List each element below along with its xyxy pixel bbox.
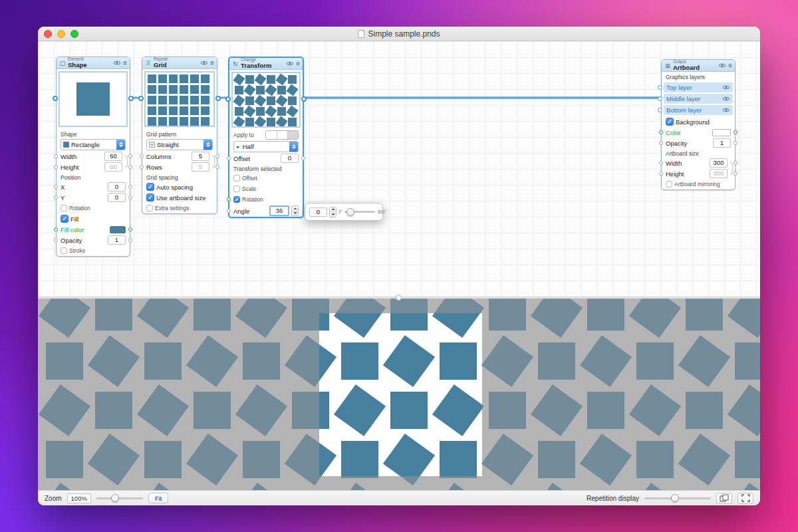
artboard-height-field[interactable]: 300	[710, 169, 728, 178]
color-output-port[interactable]	[733, 130, 737, 134]
height-input-port[interactable]	[54, 165, 58, 169]
top-layer-input-port[interactable]	[658, 85, 662, 90]
fill-checkbox[interactable]: ✓	[61, 215, 68, 223]
titlebar[interactable]: Simple sample.pnds	[38, 27, 760, 41]
transform-input-port[interactable]	[225, 96, 231, 102]
repetition-toggle-button[interactable]	[716, 493, 732, 504]
transform-scale-checkbox[interactable]	[233, 186, 240, 192]
height-field[interactable]: 60	[104, 162, 122, 172]
angle-field[interactable]: 36	[269, 205, 289, 216]
shape-node[interactable]: ▢ Element Shape ≡ Shape Rectangle	[56, 57, 130, 257]
extra-settings-checkbox[interactable]	[146, 205, 153, 211]
shape-input-port[interactable]	[53, 96, 58, 101]
visibility-eye-icon[interactable]	[113, 60, 121, 66]
zoom-field[interactable]: 100%	[67, 493, 91, 503]
apply-all-segment[interactable]	[266, 131, 277, 139]
stroke-checkbox[interactable]	[61, 247, 67, 254]
columns-rows-link[interactable]	[212, 156, 215, 168]
artboard-opacity-input-port[interactable]	[659, 141, 663, 145]
opacity-field[interactable]: 1	[108, 235, 126, 245]
popover-value-field[interactable]: 0	[309, 207, 327, 217]
x-field[interactable]: 0	[108, 182, 126, 192]
slider-knob[interactable]	[111, 494, 119, 502]
layer-row-top[interactable]: Top layer	[664, 82, 733, 92]
rows-field[interactable]: 5	[192, 162, 209, 172]
fit-button[interactable]: Fit	[148, 493, 169, 503]
pane-divider[interactable]	[38, 297, 760, 299]
offset-input-port[interactable]	[227, 156, 231, 160]
node-menu-icon[interactable]: ≡	[728, 63, 732, 69]
slider-knob[interactable]	[346, 208, 354, 216]
transform-mode-dropdown[interactable]: ●◦ Half	[233, 141, 299, 152]
color-input-port[interactable]	[659, 130, 663, 134]
repetition-slider[interactable]	[644, 494, 711, 503]
shape-output-port[interactable]	[128, 96, 134, 101]
transform-node-header[interactable]: ↻ Change Transform ≡	[229, 58, 303, 70]
node-menu-icon[interactable]: ≡	[296, 61, 300, 67]
grid-pattern-dropdown[interactable]: Straight	[146, 139, 213, 150]
popover-angle-slider[interactable]	[344, 207, 375, 216]
artboard-mirroring-checkbox[interactable]	[666, 181, 672, 188]
artboard-node[interactable]: ⊞ Output Artboard ≡ Graphics layers Top …	[661, 59, 735, 190]
background-color-swatch[interactable]	[712, 129, 731, 136]
fullscreen-button[interactable]	[737, 493, 753, 504]
minimize-window-button[interactable]	[57, 30, 65, 38]
grid-node[interactable]: ⠿ Repeat Grid ≡ Grid pattern Straight	[142, 57, 217, 214]
apply-pattern-segment[interactable]	[277, 131, 287, 139]
bottom-layer-input-port[interactable]	[658, 108, 662, 112]
artboard-wh-link[interactable]	[730, 162, 733, 174]
fill-color-input-port[interactable]	[54, 227, 58, 231]
rotation-checkbox[interactable]	[61, 205, 67, 211]
columns-field[interactable]: 5	[192, 152, 209, 161]
transform-node[interactable]: ↻ Change Transform ≡ Apply to	[228, 57, 304, 218]
x-output-port[interactable]	[128, 185, 132, 189]
fill-color-swatch[interactable]	[110, 226, 126, 233]
offset-field[interactable]: 0	[281, 154, 299, 163]
y-output-port[interactable]	[128, 196, 132, 200]
layer-row-middle[interactable]: Middle layer	[664, 94, 733, 104]
artboard-width-field[interactable]: 300	[710, 158, 728, 168]
y-input-port[interactable]	[54, 196, 58, 200]
zoom-slider[interactable]	[96, 494, 143, 503]
shape-node-header[interactable]: ▢ Element Shape ≡	[57, 57, 130, 69]
rows-input-port[interactable]	[140, 165, 144, 169]
transform-rotation-checkbox[interactable]: ✓	[233, 196, 240, 203]
visibility-eye-icon[interactable]	[286, 61, 294, 66]
artboard-opacity-output-port[interactable]	[733, 141, 737, 145]
rotation-input-port[interactable]	[227, 198, 231, 201]
height-output-port[interactable]	[128, 165, 132, 169]
auto-spacing-checkbox[interactable]: ✓	[146, 183, 154, 191]
fill-color-output-port[interactable]	[128, 227, 132, 231]
layer-eye-icon[interactable]	[722, 96, 730, 102]
width-height-link[interactable]	[125, 156, 128, 168]
visibility-eye-icon[interactable]	[200, 60, 208, 66]
grid-input-port[interactable]	[138, 96, 144, 101]
offset-output-port[interactable]	[301, 156, 305, 160]
layer-eye-icon[interactable]	[722, 107, 730, 113]
angle-input-port[interactable]	[227, 209, 231, 213]
slider-knob[interactable]	[671, 494, 679, 502]
use-artboard-size-checkbox[interactable]: ✓	[146, 194, 154, 201]
y-field[interactable]: 0	[108, 193, 126, 202]
node-canvas[interactable]: ▢ Element Shape ≡ Shape Rectangle	[38, 41, 760, 297]
node-menu-icon[interactable]: ≡	[210, 60, 214, 66]
rows-output-port[interactable]	[215, 165, 219, 169]
shape-type-dropdown[interactable]: Rectangle	[61, 139, 126, 150]
width-input-port[interactable]	[54, 154, 58, 158]
node-menu-icon[interactable]: ≡	[123, 60, 127, 66]
opacity-output-port[interactable]	[128, 238, 132, 242]
transform-offset-checkbox[interactable]	[233, 175, 240, 182]
width-output-port[interactable]	[128, 154, 132, 158]
popover-stepper[interactable]	[329, 207, 336, 217]
artboard-node-header[interactable]: ⊞ Output Artboard ≡	[662, 60, 735, 72]
artboard-width-output-port[interactable]	[733, 161, 737, 165]
columns-output-port[interactable]	[215, 154, 219, 158]
close-window-button[interactable]	[44, 30, 52, 38]
artboard-width-input-port[interactable]	[659, 161, 663, 165]
artboard-height-output-port[interactable]	[733, 172, 737, 176]
columns-input-port[interactable]	[140, 154, 144, 158]
artboard-height-input-port[interactable]	[659, 172, 663, 176]
angle-stepper[interactable]	[291, 205, 299, 216]
visibility-eye-icon[interactable]	[718, 63, 726, 68]
grid-output-port[interactable]	[215, 96, 221, 101]
